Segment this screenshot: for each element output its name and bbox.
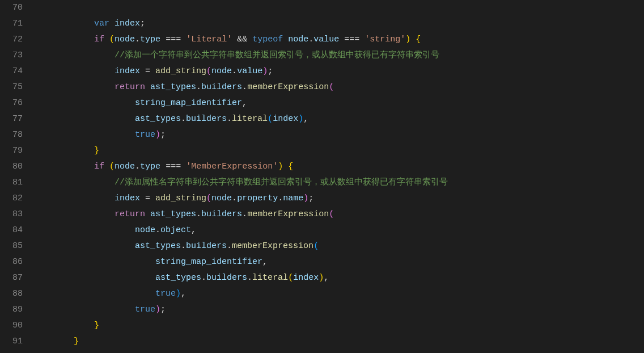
code-token: )	[262, 66, 268, 76]
code-token	[283, 162, 288, 171]
line-number: 70	[5, 0, 23, 16]
code-token	[33, 114, 135, 124]
code-line[interactable]: ast_types.builders.literal(index),	[33, 270, 644, 286]
code-token: true	[155, 289, 176, 299]
code-token: .	[201, 273, 206, 283]
code-token: (	[109, 162, 115, 171]
code-line[interactable]: }	[33, 143, 644, 159]
code-token: 'MemberExpression'	[186, 162, 278, 171]
code-line[interactable]: true),	[33, 286, 644, 302]
code-token: .	[242, 209, 247, 219]
code-token: )	[405, 35, 410, 44]
code-line[interactable]: return ast_types.builders.memberExpressi…	[33, 207, 644, 222]
code-token: if	[94, 35, 104, 44]
code-token: 'Literal'	[186, 35, 232, 44]
code-token: ===	[160, 162, 186, 171]
code-token: node	[135, 225, 155, 235]
code-token: .	[242, 82, 247, 92]
code-token: add_string	[155, 66, 206, 76]
code-token: )	[298, 114, 303, 124]
line-number: 90	[5, 318, 23, 334]
code-line[interactable]: ast_types.builders.literal(index),	[33, 111, 644, 127]
code-token	[33, 289, 155, 299]
code-token: .	[181, 241, 186, 251]
code-token: (	[268, 114, 273, 124]
code-token: .	[181, 114, 186, 124]
code-token: var	[94, 19, 109, 28]
code-token: (	[206, 194, 211, 203]
code-token	[33, 51, 115, 60]
code-line[interactable]: ast_types.builders.memberExpression(	[33, 238, 644, 254]
code-line[interactable]: }	[33, 318, 644, 334]
code-line[interactable]: string_map_identifier,	[33, 95, 644, 111]
code-token: string_map_identifier	[155, 257, 262, 267]
code-token: (	[288, 273, 293, 283]
code-token: .	[196, 82, 201, 92]
code-token	[283, 35, 288, 44]
code-token: index	[115, 194, 140, 203]
code-token: ,	[324, 273, 329, 283]
code-token: ,	[303, 114, 308, 124]
code-token: ast_types	[155, 273, 201, 283]
code-token: memberExpression	[232, 241, 313, 251]
code-token: (	[329, 209, 334, 219]
code-token: if	[94, 162, 104, 171]
code-line[interactable]: string_map_identifier,	[33, 254, 644, 270]
code-token: literal	[232, 114, 268, 124]
code-token: type	[140, 162, 160, 171]
code-token: node	[115, 35, 135, 44]
code-token	[104, 35, 109, 44]
code-token: typeof	[252, 35, 283, 44]
code-line[interactable]: index = add_string(node.value);	[33, 64, 644, 79]
code-token	[145, 82, 150, 92]
code-token: builders	[186, 114, 227, 124]
code-line[interactable]: return ast_types.builders.memberExpressi…	[33, 79, 644, 95]
code-line[interactable]: node.object,	[33, 222, 644, 238]
code-token: (	[313, 241, 319, 251]
code-line[interactable]: var index;	[33, 16, 644, 32]
code-token: builders	[201, 209, 242, 219]
line-number: 86	[5, 254, 23, 270]
code-token: (	[109, 35, 115, 44]
code-content[interactable]: var index; if (node.type === 'Literal' &…	[33, 0, 644, 353]
code-line[interactable]: index = add_string(node.property.name);	[33, 191, 644, 207]
code-line[interactable]: }	[33, 334, 644, 350]
code-line[interactable]	[33, 0, 644, 16]
code-line[interactable]: true);	[33, 302, 644, 318]
code-token: index	[115, 19, 140, 28]
code-token: ast_types	[135, 241, 181, 251]
code-token: )	[155, 130, 160, 140]
code-token: ;	[140, 19, 145, 28]
code-token	[33, 305, 135, 314]
code-token	[33, 257, 155, 267]
code-token	[33, 130, 135, 140]
code-line[interactable]: if (node.type === 'Literal' && typeof no…	[33, 32, 644, 48]
code-token	[33, 98, 135, 108]
code-editor[interactable]: 7071727374757677787980818283848586878889…	[0, 0, 644, 353]
code-token: memberExpression	[247, 82, 329, 92]
code-token: index	[273, 114, 298, 124]
code-token: return	[115, 209, 145, 219]
code-token: .	[247, 273, 252, 283]
code-token: builders	[206, 273, 247, 283]
code-line[interactable]: true);	[33, 127, 644, 143]
code-token: .	[135, 35, 140, 44]
code-token	[104, 162, 109, 171]
code-token: ,	[242, 98, 247, 108]
code-token: )	[278, 162, 283, 171]
code-token	[33, 225, 135, 235]
code-token	[145, 209, 150, 219]
code-line[interactable]: //添加一个字符串到公共字符串数组并返回索引号，或从数组中获得已有字符串索引号	[33, 48, 644, 64]
code-token	[33, 162, 94, 171]
code-token: .	[155, 225, 160, 235]
code-token	[33, 19, 94, 28]
code-token	[33, 209, 115, 219]
line-number: 77	[5, 111, 23, 127]
code-token: //添加一个字符串到公共字符串数组并返回索引号，或从数组中获得已有字符串索引号	[115, 51, 439, 60]
line-number: 73	[5, 48, 23, 64]
code-line[interactable]: //添加属性名字符串到公共字符串数组并返回索引号，或从数组中获得已有字符串索引号	[33, 175, 644, 191]
code-line[interactable]: if (node.type === 'MemberExpression') {	[33, 159, 644, 175]
line-number: 75	[5, 79, 23, 95]
code-token: ;	[308, 194, 313, 203]
code-token: .	[232, 194, 237, 203]
